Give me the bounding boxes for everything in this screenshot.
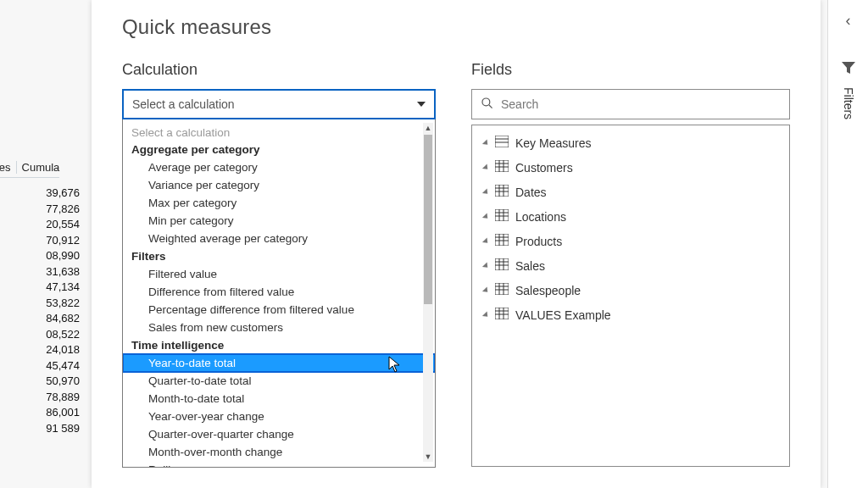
scroll-thumb[interactable] — [424, 135, 432, 304]
field-label: VALUES Example — [515, 308, 611, 322]
dropdown-item[interactable]: Min per category — [123, 212, 435, 230]
dialog-title: Quick measures — [122, 15, 790, 39]
calculation-combo[interactable]: Select a calculation — [122, 89, 436, 119]
fields-column: Fields Search Key Measures — [471, 61, 790, 468]
chevron-right-icon — [482, 311, 490, 319]
svg-rect-20 — [495, 234, 509, 246]
dropdown-group-aggregate: Aggregate per category — [123, 141, 435, 158]
chevron-down-icon — [417, 102, 426, 107]
svg-rect-2 — [495, 136, 509, 147]
dropdown-item[interactable]: Month-over-month change — [123, 443, 435, 461]
field-row-customers[interactable]: Customers — [472, 155, 789, 180]
svg-rect-30 — [495, 283, 509, 295]
field-row-locations[interactable]: Locations — [472, 204, 789, 229]
field-row-key-measures[interactable]: Key Measures — [472, 130, 789, 155]
table-icon — [495, 136, 509, 150]
svg-rect-35 — [495, 308, 509, 319]
dropdown-item[interactable]: Sales from new customers — [123, 319, 435, 336]
field-label: Customers — [515, 161, 573, 175]
dropdown-item[interactable]: Quarter-to-date total — [123, 372, 435, 390]
dropdown-placeholder[interactable]: Select a calculation — [123, 125, 435, 141]
table-icon — [495, 160, 509, 175]
calculation-combo-placeholder: Select a calculation — [132, 97, 235, 111]
expand-rail-button[interactable]: ‹ — [846, 12, 851, 30]
filter-icon — [841, 60, 856, 79]
field-row-dates[interactable]: Dates — [472, 180, 789, 204]
dropdown-item[interactable]: Difference from filtered value — [123, 283, 435, 301]
fields-search-input[interactable]: Search — [471, 89, 790, 119]
scroll-up-icon[interactable]: ▲ — [423, 123, 433, 133]
table-icon — [495, 209, 509, 224]
field-row-products[interactable]: Products — [472, 229, 789, 253]
field-label: Products — [515, 235, 562, 248]
filters-rail: ‹ Filters — [827, 0, 868, 488]
table-icon — [495, 308, 509, 322]
calculation-label: Calculation — [122, 61, 436, 79]
dropdown-item[interactable]: Year-over-year change — [123, 408, 435, 425]
field-label: Key Measures — [515, 136, 591, 150]
bg-col-sales: Sales — [0, 161, 17, 174]
table-icon — [495, 234, 509, 248]
dropdown-scrollbar[interactable]: ▲ ▼ — [423, 123, 433, 462]
svg-point-0 — [482, 98, 490, 106]
dropdown-item[interactable]: Rolling average — [123, 461, 435, 467]
filters-rail-label[interactable]: Filters — [842, 87, 855, 119]
scroll-down-icon[interactable]: ▼ — [423, 452, 433, 462]
dropdown-item[interactable]: Max per category — [123, 194, 435, 212]
dropdown-item[interactable]: Variance per category — [123, 176, 435, 194]
chevron-right-icon — [482, 213, 490, 220]
field-label: Dates — [515, 186, 547, 199]
dropdown-item[interactable]: Average per category — [123, 158, 435, 176]
table-icon — [495, 185, 509, 199]
chevron-right-icon — [482, 286, 490, 294]
fields-label: Fields — [471, 61, 790, 79]
table-icon — [495, 258, 509, 273]
dropdown-item-year-to-date[interactable]: Year-to-date total — [123, 354, 435, 372]
svg-rect-15 — [495, 209, 509, 221]
field-label: Locations — [515, 210, 566, 224]
dropdown-item[interactable]: Weighted average per category — [123, 230, 435, 247]
calculation-column: Calculation Select a calculation Select … — [122, 61, 436, 468]
field-row-values-example[interactable]: VALUES Example — [472, 302, 789, 327]
table-icon — [495, 283, 509, 297]
background-data-table: Sales Cumula 39,676 77,826 20,554 70,912… — [0, 169, 86, 435]
field-row-sales[interactable]: Sales — [472, 253, 789, 278]
dropdown-group-time: Time intelligence — [123, 336, 435, 354]
field-row-salespeople[interactable]: Salespeople — [472, 278, 789, 302]
calculation-dropdown[interactable]: Select a calculation Aggregate per categ… — [122, 119, 436, 468]
svg-rect-10 — [495, 185, 509, 197]
field-label: Sales — [515, 259, 545, 273]
chevron-right-icon — [482, 139, 490, 147]
chevron-right-icon — [482, 188, 490, 196]
bg-values: 39,676 77,826 20,554 70,912 08,990 31,63… — [0, 186, 86, 435]
chevron-right-icon — [482, 262, 490, 269]
dropdown-group-filters: Filters — [123, 247, 435, 265]
dropdown-item[interactable]: Month-to-date total — [123, 390, 435, 408]
fields-tree: Key Measures Customers Dates — [471, 125, 790, 467]
svg-line-1 — [489, 105, 492, 108]
dropdown-item[interactable]: Quarter-over-quarter change — [123, 425, 435, 443]
svg-rect-5 — [495, 160, 509, 172]
chevron-right-icon — [482, 164, 490, 171]
svg-rect-25 — [495, 258, 509, 270]
bg-col-cumulative: Cumula — [22, 161, 60, 174]
dropdown-item[interactable]: Filtered value — [123, 265, 435, 283]
chevron-right-icon — [482, 237, 490, 245]
dropdown-item[interactable]: Percentage difference from filtered valu… — [123, 301, 435, 319]
field-label: Salespeople — [515, 284, 581, 297]
search-placeholder: Search — [501, 97, 538, 111]
quick-measures-dialog: Quick measures Calculation Select a calc… — [92, 0, 821, 488]
search-icon — [481, 97, 494, 113]
